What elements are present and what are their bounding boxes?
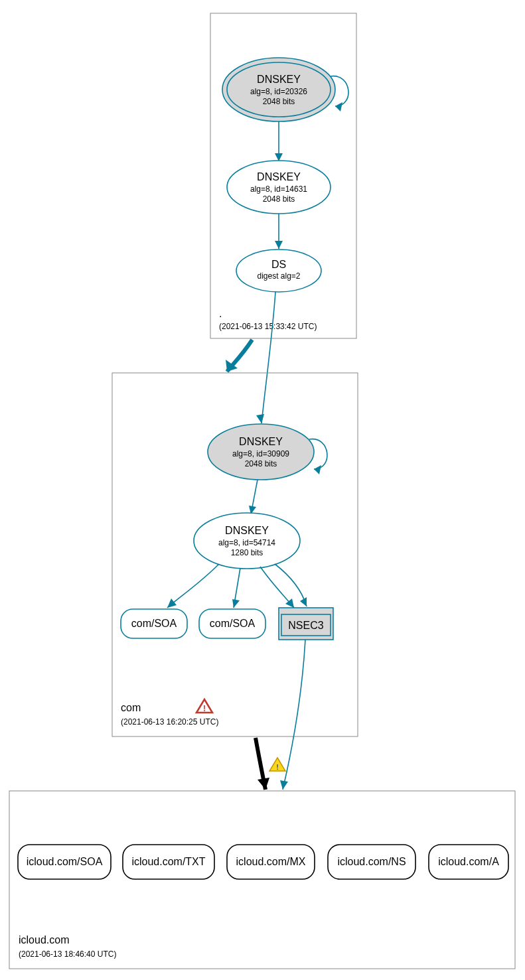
edge-ds-to-com-ksk [262,292,275,423]
zone-icloud-ts: (2021-06-13 18:46:40 UTC) [19,949,116,959]
node-root-ksk: DNSKEY alg=8, id=20326 2048 bits [222,58,335,121]
svg-text:icloud.com/SOA: icloud.com/SOA [27,856,103,867]
warning-icon-delegation: ! [269,758,285,771]
svg-text:com/SOA: com/SOA [131,618,177,629]
zone-root-ts: (2021-06-13 15:33:42 UTC) [219,322,317,331]
svg-text:2048 bits: 2048 bits [263,194,295,204]
svg-text:1280 bits: 1280 bits [231,548,263,557]
zone-com-ts: (2021-06-13 16:20:25 UTC) [121,717,218,727]
svg-point-12 [236,249,321,292]
zone-icloud-box [9,791,515,969]
svg-marker-11 [275,241,283,249]
svg-text:alg=8, id=30909: alg=8, id=30909 [232,449,289,458]
node-com-zsk: DNSKEY alg=8, id=54714 1280 bits [194,513,300,569]
svg-marker-29 [167,598,177,608]
svg-text:!: ! [203,704,206,713]
svg-text:2048 bits: 2048 bits [245,459,277,468]
svg-text:icloud.com/TXT: icloud.com/TXT [131,856,205,867]
svg-text:alg=8, id=20326: alg=8, id=20326 [250,87,307,96]
svg-text:alg=8, id=14631: alg=8, id=14631 [250,184,307,194]
edge-nsec3-to-icloud [283,640,305,790]
zone-root-name: . [219,308,222,319]
svg-text:digest alg=2: digest alg=2 [257,271,300,281]
zone-com-name: com [121,702,141,713]
svg-marker-16 [256,414,264,423]
dnssec-diagram: . (2021-06-13 15:33:42 UTC) DNSKEY alg=8… [0,0,525,980]
svg-text:com/SOA: com/SOA [210,618,256,629]
node-com-ksk: DNSKEY alg=8, id=30909 2048 bits [208,424,314,480]
edge-com-zsk-soa1 [167,564,219,608]
svg-text:DNSKEY: DNSKEY [225,525,269,536]
svg-text:DNSKEY: DNSKEY [239,436,283,447]
node-root-zsk: DNSKEY alg=8, id=14631 2048 bits [227,161,331,214]
svg-text:icloud.com/NS: icloud.com/NS [337,856,406,867]
svg-text:2048 bits: 2048 bits [263,97,295,106]
svg-marker-39 [280,780,288,790]
node-com-nsec3: NSEC3 [279,608,333,640]
svg-text:alg=8, id=54714: alg=8, id=54714 [218,538,275,547]
zone-icloud-name: icloud.com [19,934,69,945]
node-root-ds: DS digest alg=2 [236,249,321,292]
svg-text:icloud.com/MX: icloud.com/MX [236,856,306,867]
svg-text:DNSKEY: DNSKEY [257,171,301,182]
svg-text:NSEC3: NSEC3 [288,620,323,631]
warning-icon-com: ! [196,699,212,713]
svg-marker-23 [314,465,321,474]
svg-text:DNSKEY: DNSKEY [257,74,301,85]
svg-text:!: ! [276,763,279,771]
svg-text:DS: DS [271,259,286,270]
svg-marker-5 [335,102,342,111]
svg-text:icloud.com/A: icloud.com/A [438,856,499,867]
